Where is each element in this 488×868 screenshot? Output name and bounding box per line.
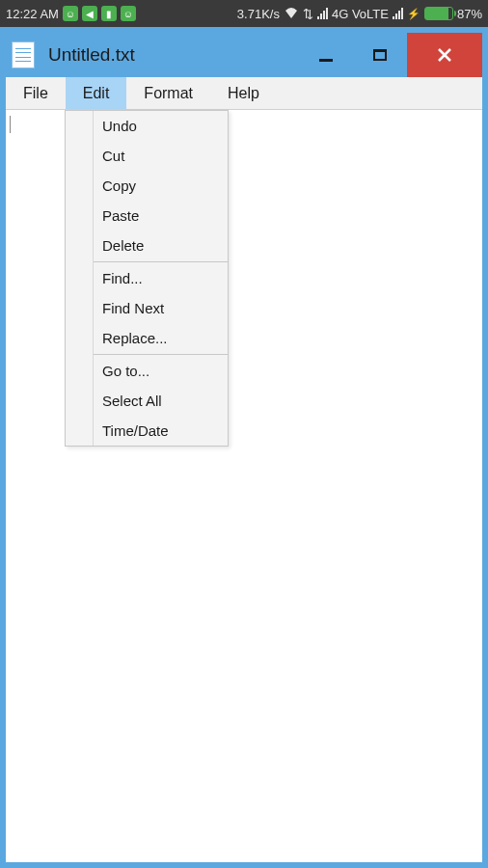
status-speed: 3.71K/s (237, 7, 280, 21)
signal-icon-2 (393, 8, 403, 19)
status-right: 3.71K/s ⇅ 4G VoLTE ⚡ 87% (237, 7, 482, 21)
menu-replace[interactable]: Replace... (93, 323, 228, 353)
status-triangle-icon: ◀ (82, 6, 97, 21)
menu-cut[interactable]: Cut (93, 141, 228, 171)
menu-separator (93, 261, 228, 262)
signal-icon-1 (317, 8, 328, 19)
menu-paste[interactable]: Paste (93, 201, 228, 231)
status-face-icon: ☺ (121, 6, 136, 21)
status-battery-pct: 87% (457, 7, 482, 21)
menu-find[interactable]: Find... (93, 263, 228, 293)
menu-delete[interactable]: Delete (93, 231, 228, 260)
status-network: 4G VoLTE (332, 7, 389, 21)
menu-select-all[interactable]: Select All (93, 386, 228, 416)
menubar: File Edit Format Help (6, 77, 482, 110)
title-bar[interactable]: Untitled.txt (6, 33, 482, 77)
wifi-icon (284, 7, 299, 21)
maximize-icon (373, 49, 387, 61)
window-controls (299, 33, 482, 77)
status-battery-saver-icon: ▮ (101, 6, 117, 21)
menu-separator (93, 354, 228, 355)
menu-format[interactable]: Format (126, 77, 210, 109)
menu-edit[interactable]: Edit (66, 77, 127, 109)
status-time: 12:22 AM (6, 7, 59, 21)
menu-time-date[interactable]: Time/Date (93, 416, 228, 446)
android-status-bar: 12:22 AM ☺ ◀ ▮ ☺ 3.71K/s ⇅ 4G VoLTE ⚡ 87… (0, 0, 488, 27)
close-icon (435, 45, 454, 65)
notepad-window: Untitled.txt File Edit Format (6, 33, 482, 862)
close-button[interactable] (407, 33, 482, 77)
text-editor-area[interactable]: Undo Cut Copy Paste Delete Find... Find … (6, 110, 482, 862)
menu-file[interactable]: File (6, 77, 66, 109)
charging-icon: ⚡ (407, 8, 420, 20)
menu-find-next[interactable]: Find Next (93, 293, 228, 323)
menu-goto[interactable]: Go to... (93, 356, 228, 386)
window-title: Untitled.txt (48, 44, 299, 66)
maximize-button[interactable] (353, 33, 407, 77)
battery-icon (424, 7, 453, 20)
text-cursor (10, 116, 11, 133)
menu-undo[interactable]: Undo (93, 111, 228, 141)
menu-help[interactable]: Help (210, 77, 277, 109)
menu-copy[interactable]: Copy (93, 171, 228, 201)
app-container: Untitled.txt File Edit Format (0, 27, 488, 868)
notepad-icon (12, 41, 35, 68)
status-app-icon: ☺ (63, 6, 78, 21)
minimize-icon (319, 59, 333, 62)
minimize-button[interactable] (299, 33, 353, 77)
data-arrows-icon: ⇅ (303, 7, 313, 21)
status-left: 12:22 AM ☺ ◀ ▮ ☺ (6, 6, 136, 21)
edit-dropdown-menu: Undo Cut Copy Paste Delete Find... Find … (65, 110, 229, 447)
